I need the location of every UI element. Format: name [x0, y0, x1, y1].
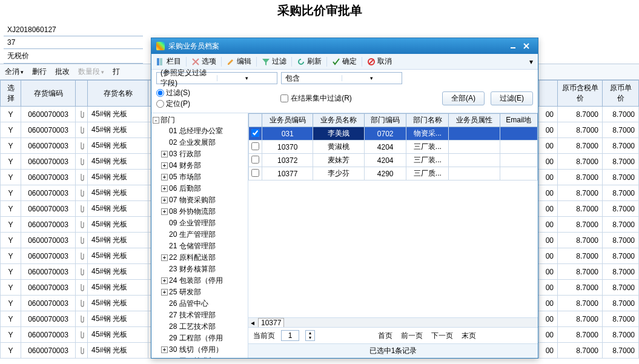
- cell-price[interactable]: 8.7000: [603, 185, 639, 201]
- tree-item[interactable]: 01 总经理办公室: [161, 125, 247, 137]
- cell-price[interactable]: 8.7000: [603, 296, 639, 311]
- cell-name[interactable]: 45#钢 光板: [88, 296, 148, 311]
- tree-item[interactable]: +22 原料配送部: [161, 252, 247, 263]
- tree-item[interactable]: +25 研发部: [161, 286, 247, 298]
- attachment-icon[interactable]: [76, 296, 88, 311]
- expand-icon[interactable]: +: [161, 346, 168, 353]
- cell-check[interactable]: [249, 141, 262, 154]
- attachment-icon[interactable]: [76, 122, 88, 138]
- tree-item[interactable]: 02 企业发展部: [161, 137, 247, 148]
- cell-code[interactable]: 0600070003: [21, 343, 76, 359]
- chevron-down-icon[interactable]: ▾: [217, 75, 277, 81]
- cell-check[interactable]: [249, 127, 262, 141]
- cell-name[interactable]: 45#钢 光板: [88, 327, 148, 343]
- chk-filter-in-result[interactable]: 在结果集中过滤(R): [280, 93, 352, 104]
- tree-item[interactable]: 26 品管中心: [161, 298, 247, 309]
- toolbar-overflow[interactable]: ▾: [529, 58, 533, 66]
- col-taxprice[interactable]: 原币含税单价: [558, 81, 603, 107]
- cell-select[interactable]: Y: [1, 311, 21, 327]
- expand-icon[interactable]: +: [161, 174, 168, 180]
- cell-name[interactable]: 45#钢 光板: [88, 280, 148, 296]
- col-price[interactable]: 原币单价: [603, 81, 639, 107]
- tool-filter[interactable]: 过滤: [262, 56, 286, 67]
- cell-select[interactable]: Y: [1, 201, 21, 217]
- cell-taxprice[interactable]: 8.7000: [558, 311, 603, 327]
- scroll-left-icon[interactable]: ◂: [251, 319, 254, 327]
- cell-price[interactable]: 8.7000: [603, 217, 639, 233]
- attachment-icon[interactable]: [76, 107, 88, 122]
- expand-icon[interactable]: +: [161, 254, 168, 261]
- cell-taxprice[interactable]: 8.7000: [558, 327, 603, 343]
- cell-price[interactable]: 8.7000: [603, 343, 639, 359]
- cell-select[interactable]: Y: [1, 107, 21, 122]
- attachment-icon[interactable]: [76, 217, 88, 233]
- chevron-down-icon[interactable]: ▾: [342, 75, 402, 81]
- radio-filter[interactable]: 过滤(S): [156, 88, 190, 98]
- cell-name[interactable]: 45#钢 光板: [88, 107, 148, 122]
- tree-item[interactable]: +05 市场部: [161, 171, 247, 183]
- expand-icon[interactable]: +: [161, 208, 168, 215]
- expand-icon[interactable]: +: [161, 185, 168, 192]
- attachment-icon[interactable]: [76, 185, 88, 201]
- match-type-combo[interactable]: 包含 ▾: [281, 72, 402, 84]
- cell-price[interactable]: 8.7000: [603, 138, 639, 154]
- attachment-icon[interactable]: [76, 327, 88, 343]
- filter-field-combo[interactable]: (参照定义过滤字段) ▾: [156, 72, 277, 84]
- cell-select[interactable]: Y: [1, 280, 21, 296]
- pager-next[interactable]: 下一页: [431, 331, 453, 341]
- cell-code[interactable]: 0600070003: [21, 201, 76, 217]
- tool-edit[interactable]: 编辑: [227, 56, 251, 67]
- cell-name[interactable]: 45#钢 光板: [88, 311, 148, 327]
- cell-price[interactable]: 8.7000: [603, 248, 639, 264]
- tree-item[interactable]: +24 包装部（停用: [161, 275, 247, 286]
- cell-code[interactable]: 0600070003: [21, 185, 76, 201]
- cell-price[interactable]: 8.7000: [603, 154, 639, 170]
- tree-item[interactable]: 21 仓储管理部: [161, 240, 247, 252]
- tax-field[interactable]: 无税价: [4, 49, 143, 64]
- attachment-icon[interactable]: [76, 311, 88, 327]
- list-row[interactable]: 10370黄淑桃4204三厂装...: [249, 141, 538, 154]
- tool-qtyseg[interactable]: 数量段▾: [78, 67, 104, 77]
- cell-price[interactable]: 8.7000: [603, 233, 639, 248]
- cell-name[interactable]: 45#钢 光板: [88, 170, 148, 185]
- cell-select[interactable]: Y: [1, 233, 21, 248]
- cell-select[interactable]: Y: [1, 343, 21, 359]
- cell-code[interactable]: 0600070003: [21, 107, 76, 122]
- tree-item[interactable]: 23 财务核算部: [161, 263, 247, 275]
- tree-item[interactable]: +07 物资采购部: [161, 194, 247, 206]
- cell-price[interactable]: 8.7000: [603, 311, 639, 327]
- tool-cancel[interactable]: 取消: [367, 56, 392, 67]
- cell-select[interactable]: Y: [1, 122, 21, 138]
- tree-item[interactable]: +04 财务部: [161, 160, 247, 171]
- cell-name[interactable]: 45#钢 光板: [88, 138, 148, 154]
- tree-item[interactable]: +08 外协物流部: [161, 206, 247, 217]
- cell-taxprice[interactable]: 8.7000: [558, 170, 603, 185]
- tool-deleterow[interactable]: 删行: [32, 67, 47, 77]
- pager-last[interactable]: 末页: [462, 331, 476, 341]
- cell-name[interactable]: 45#钢 光板: [88, 264, 148, 280]
- cell-code[interactable]: 0600070003: [21, 280, 76, 296]
- cell-check[interactable]: [249, 167, 262, 180]
- attachment-icon[interactable]: [76, 154, 88, 170]
- cell-select[interactable]: Y: [1, 138, 21, 154]
- attachment-icon[interactable]: [76, 233, 88, 248]
- col-dept-name[interactable]: 部门名称: [406, 114, 449, 127]
- cell-taxprice[interactable]: 8.7000: [558, 201, 603, 217]
- expand-icon[interactable]: +: [161, 289, 168, 296]
- list-row[interactable]: 10372麦妹芳4204三厂装...: [249, 154, 538, 167]
- cell-select[interactable]: Y: [1, 327, 21, 343]
- tool-confirm[interactable]: 确定: [332, 56, 357, 67]
- minimize-button[interactable]: [506, 41, 520, 51]
- list-row[interactable]: 031李美娥0702物资采...: [249, 127, 538, 141]
- cell-code[interactable]: 0600070003: [21, 327, 76, 343]
- cell-taxprice[interactable]: 8.7000: [558, 122, 603, 138]
- cell-select[interactable]: Y: [1, 170, 21, 185]
- cell-taxprice[interactable]: 8.7000: [558, 107, 603, 122]
- close-button[interactable]: [520, 41, 533, 51]
- cell-price[interactable]: 8.7000: [603, 107, 639, 122]
- cell-name[interactable]: 45#钢 光板: [88, 154, 148, 170]
- expand-icon[interactable]: +: [161, 162, 168, 169]
- cell-select[interactable]: Y: [1, 154, 21, 170]
- pager-first[interactable]: 首页: [378, 331, 392, 341]
- tree-item[interactable]: +03 行政部: [161, 148, 247, 160]
